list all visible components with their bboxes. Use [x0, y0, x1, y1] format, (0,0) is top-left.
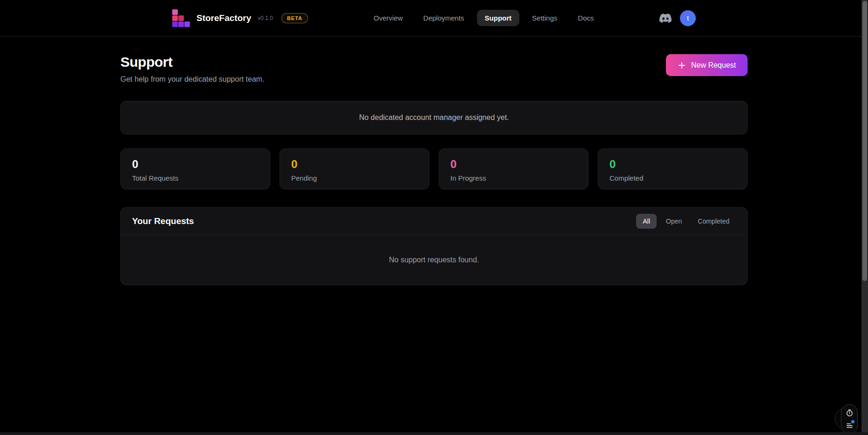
- your-requests-title: Your Requests: [132, 216, 194, 226]
- stat-card-in-progress: 0 In Progress: [439, 148, 588, 189]
- logo-block: [178, 21, 184, 27]
- page-title: Support: [120, 54, 265, 70]
- filter-open[interactable]: Open: [659, 214, 688, 229]
- stat-value: 0: [609, 158, 736, 171]
- stat-card-pending: 0 Pending: [280, 148, 429, 189]
- new-request-button[interactable]: New Request: [666, 54, 748, 76]
- discord-icon[interactable]: [659, 12, 672, 24]
- horizontal-scrollbar-track[interactable]: [0, 432, 868, 435]
- your-requests-card: Your Requests All Open Completed No supp…: [120, 207, 748, 285]
- storefactory-logo-icon: [172, 9, 191, 28]
- filter-all[interactable]: All: [636, 214, 657, 229]
- devtools-list-icon[interactable]: [846, 421, 854, 429]
- logo-block: [172, 21, 178, 27]
- account-manager-message: No dedicated account manager assigned ye…: [359, 113, 509, 122]
- main-content: Support Get help from your dedicated sup…: [120, 36, 748, 285]
- stat-card-total-requests: 0 Total Requests: [120, 148, 270, 189]
- nav-item-support[interactable]: Support: [477, 10, 520, 26]
- vertical-scrollbar-track[interactable]: [861, 0, 868, 432]
- account-manager-card: No dedicated account manager assigned ye…: [120, 101, 748, 134]
- page-subtitle: Get help from your dedicated support tea…: [120, 75, 265, 84]
- stat-label: Pending: [291, 174, 418, 182]
- new-request-label: New Request: [691, 61, 736, 70]
- timer-icon[interactable]: [846, 409, 854, 417]
- brand-version: v0.1.0: [258, 15, 273, 21]
- filter-completed[interactable]: Completed: [691, 214, 736, 229]
- devtools-widget: [841, 404, 858, 434]
- user-avatar[interactable]: t: [680, 10, 696, 26]
- stats-row: 0 Total Requests 0 Pending 0 In Progress…: [120, 148, 748, 189]
- nav-item-overview[interactable]: Overview: [366, 10, 411, 26]
- stat-value: 0: [450, 158, 577, 171]
- page-header-text: Support Get help from your dedicated sup…: [120, 54, 265, 84]
- nav-item-deployments[interactable]: Deployments: [415, 10, 472, 26]
- beta-badge: BETA: [281, 13, 308, 23]
- logo-block: [178, 15, 184, 21]
- main-nav: Overview Deployments Support Settings Do…: [366, 10, 602, 26]
- top-nav-bar: StoreFactory v0.1.0 BETA Overview Deploy…: [0, 0, 868, 36]
- stat-value: 0: [291, 158, 418, 171]
- stat-value: 0: [132, 158, 259, 171]
- nav-item-settings[interactable]: Settings: [524, 10, 565, 26]
- your-requests-header: Your Requests All Open Completed: [121, 208, 747, 235]
- page-header: Support Get help from your dedicated sup…: [120, 54, 748, 84]
- request-filters: All Open Completed: [636, 214, 736, 229]
- header-container: StoreFactory v0.1.0 BETA Overview Deploy…: [172, 0, 696, 36]
- notification-dot: [851, 420, 854, 423]
- stat-label: Total Requests: [132, 174, 259, 182]
- support-page: { "header": { "brand": { "name": "StoreF…: [0, 0, 868, 435]
- nav-item-docs[interactable]: Docs: [570, 10, 602, 26]
- requests-empty-state: No support requests found.: [121, 235, 747, 285]
- stat-label: In Progress: [450, 174, 577, 182]
- logo-block: [184, 21, 190, 27]
- brand: StoreFactory v0.1.0 BETA: [172, 9, 308, 28]
- logo-block: [172, 9, 178, 15]
- stat-card-completed: 0 Completed: [598, 148, 748, 189]
- header-actions: t: [659, 10, 696, 26]
- plus-icon: [678, 61, 686, 70]
- logo-block: [172, 15, 178, 21]
- vertical-scrollbar-thumb[interactable]: [862, 1, 867, 281]
- brand-name: StoreFactory: [196, 13, 251, 23]
- stat-label: Completed: [609, 174, 736, 182]
